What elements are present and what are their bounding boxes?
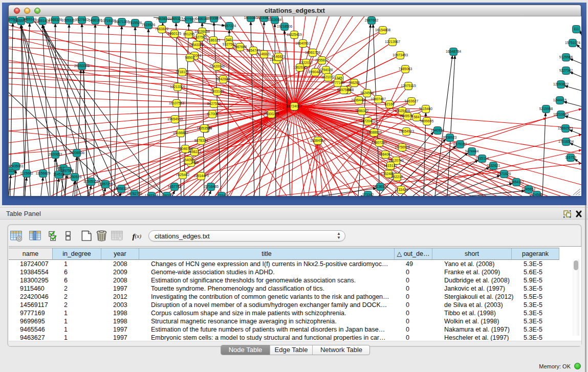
svg-text:16648784: 16648784 bbox=[446, 50, 461, 53]
svg-text:16543382: 16543382 bbox=[189, 43, 204, 47]
svg-text:16961758: 16961758 bbox=[305, 51, 320, 54]
svg-text:16107553: 16107553 bbox=[169, 101, 184, 105]
svg-text:9227342: 9227342 bbox=[559, 69, 573, 72]
svg-text:2935114: 2935114 bbox=[475, 157, 489, 160]
svg-text:1244415: 1244415 bbox=[553, 98, 567, 102]
svg-text:3997588: 3997588 bbox=[60, 169, 74, 172]
svg-text:11325419: 11325419 bbox=[287, 33, 302, 36]
svg-text:6794028: 6794028 bbox=[319, 68, 333, 72]
svg-text:9327505: 9327505 bbox=[193, 35, 207, 39]
svg-text:9115460: 9115460 bbox=[419, 107, 432, 111]
svg-text:10958107: 10958107 bbox=[114, 187, 129, 190]
svg-text:20691406: 20691406 bbox=[35, 19, 50, 23]
svg-text:154099: 154099 bbox=[183, 158, 194, 162]
svg-text:12213309: 12213309 bbox=[170, 85, 185, 89]
svg-text:19166827: 19166827 bbox=[173, 131, 188, 135]
svg-text:1615132: 1615132 bbox=[384, 164, 398, 167]
svg-text:3624554: 3624554 bbox=[360, 91, 374, 95]
svg-text:1621072: 1621072 bbox=[321, 75, 335, 79]
svg-text:10807487: 10807487 bbox=[371, 97, 386, 101]
svg-text:129234: 129234 bbox=[161, 194, 173, 196]
svg-text:9242848: 9242848 bbox=[216, 77, 230, 81]
svg-text:6466160: 6466160 bbox=[89, 18, 102, 22]
svg-text:18226058: 18226058 bbox=[194, 30, 210, 33]
svg-text:5215958: 5215958 bbox=[539, 107, 553, 111]
svg-text:16782759: 16782759 bbox=[127, 192, 142, 195]
svg-text:1362615: 1362615 bbox=[293, 65, 307, 69]
svg-text:9245652: 9245652 bbox=[522, 187, 536, 191]
svg-text:98901: 98901 bbox=[185, 56, 195, 59]
svg-text:15692971: 15692971 bbox=[558, 126, 573, 130]
svg-text:10756928: 10756928 bbox=[395, 145, 410, 149]
svg-text:7625402: 7625402 bbox=[176, 173, 190, 177]
svg-text:1292346: 1292346 bbox=[145, 194, 159, 196]
svg-text:1527602: 1527602 bbox=[75, 18, 89, 21]
svg-text:7986322: 7986322 bbox=[355, 109, 369, 113]
svg-text:8427552: 8427552 bbox=[207, 102, 221, 105]
svg-text:9657791: 9657791 bbox=[168, 185, 182, 188]
svg-text:173342: 173342 bbox=[362, 193, 374, 196]
svg-text:1115682: 1115682 bbox=[20, 171, 33, 175]
svg-text:2967608: 2967608 bbox=[233, 45, 247, 49]
svg-text:7357224: 7357224 bbox=[223, 24, 236, 28]
svg-text:17016504: 17016504 bbox=[558, 140, 574, 143]
svg-text:116753: 116753 bbox=[565, 156, 576, 159]
svg-text:16033809: 16033809 bbox=[206, 16, 222, 20]
svg-text:6497568: 6497568 bbox=[337, 88, 351, 92]
svg-text:12505155: 12505155 bbox=[83, 180, 99, 183]
svg-text:25300275: 25300275 bbox=[264, 112, 279, 116]
svg-text:9146821: 9146821 bbox=[272, 55, 286, 58]
svg-text:10653267: 10653267 bbox=[61, 18, 77, 22]
svg-text:16154808: 16154808 bbox=[375, 28, 390, 32]
svg-text:2718176: 2718176 bbox=[176, 70, 189, 74]
svg-text:417006: 417006 bbox=[207, 112, 219, 116]
svg-text:11353594: 11353594 bbox=[197, 126, 212, 130]
svg-text:(x): (x) bbox=[135, 233, 142, 239]
svg-text:11156829: 11156829 bbox=[35, 171, 50, 175]
svg-text:18724007: 18724007 bbox=[287, 104, 302, 108]
svg-text:12093822: 12093822 bbox=[553, 82, 569, 86]
svg-text:6579197: 6579197 bbox=[453, 142, 467, 146]
svg-text:19384554: 19384554 bbox=[310, 139, 325, 142]
svg-text:17435061: 17435061 bbox=[9, 164, 24, 168]
svg-text:8186323: 8186323 bbox=[207, 38, 221, 42]
svg-text:114519: 114519 bbox=[53, 172, 64, 176]
svg-text:924565: 924565 bbox=[531, 193, 543, 196]
svg-text:1250515: 1250515 bbox=[68, 175, 82, 179]
svg-text:7663822: 7663822 bbox=[156, 17, 170, 20]
svg-text:16640910: 16640910 bbox=[295, 41, 311, 45]
svg-text:12975115: 12975115 bbox=[401, 84, 416, 87]
svg-text:10973493: 10973493 bbox=[393, 53, 408, 57]
svg-text:16210643: 16210643 bbox=[553, 113, 569, 116]
svg-text:3498222: 3498222 bbox=[188, 150, 202, 154]
svg-text:1065327: 1065327 bbox=[169, 17, 183, 20]
svg-text:20206536: 20206536 bbox=[69, 151, 84, 155]
svg-text:7632621: 7632621 bbox=[487, 164, 500, 167]
svg-text:7485063: 7485063 bbox=[399, 67, 412, 71]
svg-text:9899695: 9899695 bbox=[420, 119, 434, 123]
svg-text:1640934: 1640934 bbox=[431, 128, 445, 132]
svg-text:18807249: 18807249 bbox=[372, 141, 387, 144]
svg-text:22420046: 22420046 bbox=[209, 64, 225, 68]
svg-text:8878334: 8878334 bbox=[194, 139, 208, 142]
svg-text:584: 584 bbox=[413, 115, 420, 119]
svg-text:62160: 62160 bbox=[385, 102, 395, 106]
svg-text:19654933: 19654933 bbox=[167, 117, 183, 121]
svg-text:10688609: 10688609 bbox=[366, 130, 382, 134]
svg-text:12213967: 12213967 bbox=[385, 40, 400, 43]
svg-text:15720407: 15720407 bbox=[360, 119, 376, 123]
svg-text:173342: 173342 bbox=[216, 194, 228, 196]
svg-text:16046788: 16046788 bbox=[178, 147, 193, 150]
svg-text:9463627: 9463627 bbox=[405, 99, 419, 103]
svg-text:9129966: 9129966 bbox=[559, 55, 573, 59]
svg-text:20053346: 20053346 bbox=[74, 64, 90, 68]
svg-text:19654923: 19654923 bbox=[399, 129, 414, 133]
svg-text:2887682: 2887682 bbox=[365, 18, 379, 22]
svg-text:9084067: 9084067 bbox=[379, 152, 393, 156]
svg-text:1733426: 1733426 bbox=[395, 188, 408, 191]
svg-text:15716485: 15716485 bbox=[203, 185, 219, 188]
svg-text:8813054: 8813054 bbox=[268, 18, 282, 21]
svg-text:16914479: 16914479 bbox=[193, 174, 209, 178]
svg-text:111: 111 bbox=[574, 27, 579, 31]
svg-text:8938923: 8938923 bbox=[443, 136, 457, 139]
